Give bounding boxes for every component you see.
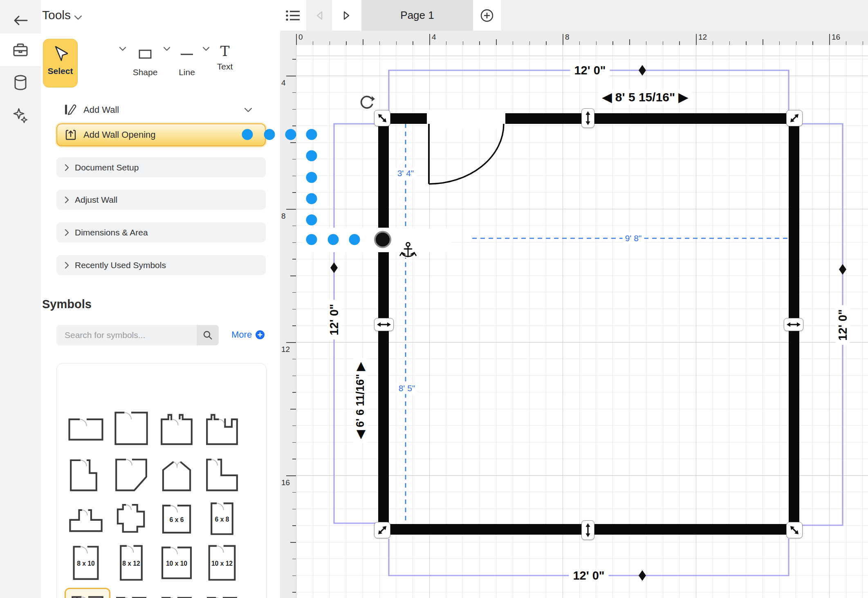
symbol-room-step[interactable] (65, 454, 107, 495)
ruler-tick (679, 41, 680, 45)
chevron-right-icon (65, 262, 69, 269)
line-tool-button[interactable]: Line (168, 39, 205, 87)
symbol-room-partial[interactable] (201, 589, 243, 598)
sidebar-item-data[interactable] (0, 66, 41, 99)
panel-title: Tools (42, 8, 71, 22)
svg-text:6 x 8: 6 x 8 (215, 516, 229, 523)
ruler-tick (796, 41, 797, 45)
next-page-button[interactable] (332, 0, 361, 31)
database-icon (13, 74, 27, 91)
section-label: Adjust Wall (75, 195, 117, 205)
add-wall-label: Add Wall (83, 105, 119, 115)
symbol-room-l-shape[interactable] (201, 454, 243, 495)
dimension-top[interactable]: 12' 0" (570, 63, 610, 78)
symbol-room-double-notch[interactable] (201, 408, 243, 449)
symbol-room-wide[interactable] (65, 408, 107, 449)
ruler-tick (292, 176, 296, 177)
symbol-room-clipped-corner[interactable] (110, 454, 153, 495)
more-label: More (231, 329, 252, 340)
page-tab[interactable]: Page 1 (361, 0, 473, 31)
ruler-number: 0 (298, 33, 303, 42)
edge-handle-top[interactable] (581, 108, 594, 128)
svg-text:10 x 12: 10 x 12 (211, 560, 233, 567)
corner-handle-top-left[interactable] (374, 110, 390, 126)
symbol-room-square[interactable] (110, 408, 153, 449)
ruler-tick (629, 39, 630, 45)
section-document-setup[interactable]: Document Setup (56, 157, 266, 177)
symbol-room-10x12[interactable]: 10 x 12 (201, 543, 243, 584)
symbol-room-10x10[interactable]: 10 x 10 (155, 543, 198, 584)
section-dimensions-area[interactable]: Dimensions & Area (56, 222, 266, 242)
dimension-wall-height[interactable]: ◀ 6' 6 11/16" ▶ (353, 358, 367, 443)
ruler-tick (696, 34, 697, 45)
symbol-room-partial[interactable] (110, 589, 153, 598)
add-wall-opening-label: Add Wall Opening (83, 130, 156, 140)
dimension-right[interactable]: 12' 0" (836, 305, 850, 345)
ruler-tick (829, 34, 830, 45)
ruler-tick (286, 209, 296, 210)
more-symbols-link[interactable]: More (231, 329, 265, 340)
section-recently-used[interactable]: Recently Used Symbols (56, 255, 266, 275)
select-tool-button[interactable]: Select (43, 39, 78, 87)
add-page-button[interactable] (473, 0, 501, 31)
ruler-vertical[interactable]: 481216 (280, 45, 296, 598)
dimension-bottom[interactable]: 12' 0" (569, 569, 608, 583)
rotate-handle-icon[interactable] (359, 95, 375, 111)
ruler-tick (612, 41, 613, 45)
page-bar: Page 1 (280, 0, 868, 31)
symbol-room-pointed[interactable] (155, 454, 198, 495)
tools-chevron-icon[interactable] (74, 15, 83, 20)
ruler-tick (396, 41, 397, 45)
select-label: Select (48, 66, 73, 76)
dimension-left[interactable]: 12' 0" (327, 300, 341, 339)
add-wall-row[interactable]: Add Wall (56, 101, 264, 119)
sidebar-item-ai[interactable] (0, 99, 41, 132)
ruler-tick (292, 359, 296, 360)
symbol-room-selected[interactable] (65, 588, 110, 598)
symbol-room-6x6[interactable]: 6 x 6 (155, 499, 198, 540)
symbol-room-t-shape[interactable] (65, 499, 107, 540)
ruler-tick (292, 525, 296, 526)
symbol-room-8x12[interactable]: 8 x 12 (110, 543, 153, 584)
select-dropdown-chevron-icon[interactable] (119, 47, 126, 52)
ruler-tick (292, 492, 296, 493)
ruler-horizontal[interactable]: 0481216 (280, 31, 868, 45)
symbol-search-input[interactable] (56, 325, 205, 345)
text-tool-button[interactable]: T Text (206, 39, 243, 87)
symbol-room-6x8[interactable]: 6 x 8 (201, 499, 243, 540)
corner-handle-top-right[interactable] (786, 110, 803, 126)
edge-handle-bottom[interactable] (581, 520, 594, 540)
gesture-dot (306, 129, 317, 140)
ruler-tick (286, 76, 296, 76)
guide-label-top: 3' 4" (395, 168, 417, 179)
gesture-dot (328, 234, 339, 245)
svg-text:8 x 10: 8 x 10 (77, 560, 95, 567)
sidebar-item-tools[interactable] (0, 34, 41, 66)
previous-page-icon (316, 11, 323, 20)
back-arrow-icon (12, 14, 29, 27)
previous-page-button[interactable] (306, 0, 332, 31)
symbol-room-plus-shape[interactable] (110, 499, 153, 540)
tools-panel: Tools Select Shape Line (41, 0, 280, 598)
page-list-button[interactable] (280, 0, 306, 31)
ruler-tick (479, 41, 480, 45)
symbol-room-partial[interactable] (155, 589, 198, 598)
ruler-number: 8 (281, 212, 286, 221)
line-label: Line (179, 67, 195, 77)
cursor-icon (53, 45, 68, 64)
shape-tool-button[interactable]: Shape (128, 39, 163, 87)
back-button[interactable] (0, 4, 41, 37)
edge-handle-left[interactable] (374, 318, 394, 331)
gesture-dot (306, 172, 317, 183)
search-button[interactable] (197, 325, 219, 345)
symbol-room-top-tabs[interactable] (155, 408, 198, 449)
corner-handle-bottom-left[interactable] (374, 522, 390, 538)
corner-handle-bottom-right[interactable] (786, 522, 803, 538)
add-wall-opening-button[interactable]: Add Wall Opening (56, 123, 266, 146)
symbol-room-8x10[interactable]: 8 x 10 (65, 543, 107, 584)
edge-handle-right[interactable] (784, 318, 803, 331)
section-adjust-wall[interactable]: Adjust Wall (56, 190, 266, 210)
gesture-dot (264, 129, 275, 140)
ruler-tick (292, 509, 296, 510)
dimension-opening-width[interactable]: ◀ 8' 5 15/16" ▶ (598, 90, 692, 105)
